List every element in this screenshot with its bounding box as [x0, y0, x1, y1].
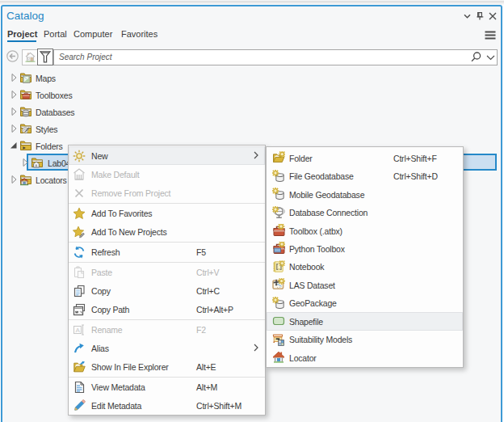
- svg-text:A: A: [76, 327, 81, 334]
